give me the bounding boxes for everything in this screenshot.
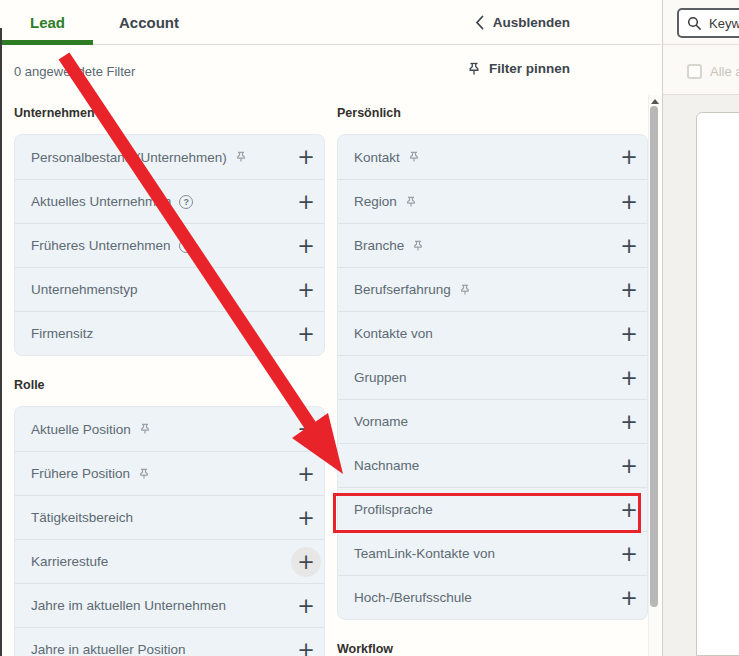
add-filter-button[interactable]: +	[291, 591, 321, 621]
filter-item-aktuelle-position[interactable]: Aktuelle Position+	[15, 407, 324, 451]
add-filter-button[interactable]: +	[614, 231, 644, 261]
filter-item-karrierestufe[interactable]: Karrierestufe+	[15, 539, 324, 583]
filter-item-jahre-im-aktuellen-unternehmen[interactable]: Jahre im aktuellen Unternehmen+	[15, 583, 324, 627]
help-icon[interactable]: ?	[179, 195, 193, 209]
filter-item-vorname[interactable]: Vorname+	[338, 399, 647, 443]
filter-item-aktuelles-unternehmen[interactable]: Aktuelles Unternehmen?+	[15, 179, 324, 223]
filter-item-label: Firmensitz	[31, 326, 93, 341]
filter-item-teamlink-kontakte-von[interactable]: TeamLink-Kontakte von+	[338, 531, 647, 575]
scrollbar-up-arrow-icon[interactable]	[651, 99, 659, 104]
hide-panel-button[interactable]: Ausblenden	[475, 12, 570, 32]
filter-item-label: Karrierestufe	[31, 554, 108, 569]
pin-icon	[412, 240, 424, 252]
filter-item-kontakte-von[interactable]: Kontakte von+	[338, 311, 647, 355]
add-filter-button[interactable]: +	[614, 495, 644, 525]
add-filter-button[interactable]: +	[291, 142, 321, 172]
add-filter-button[interactable]: +	[614, 275, 644, 305]
add-filter-button[interactable]: +	[614, 539, 644, 569]
filter-item-label: Hoch-/Berufsschule	[354, 590, 472, 605]
pin-icon	[235, 151, 247, 163]
pin-icon	[459, 284, 471, 296]
keyword-search-input[interactable]: Keywo	[677, 8, 739, 38]
add-filter-button[interactable]: +	[614, 451, 644, 481]
add-filter-button[interactable]: +	[614, 319, 644, 349]
filter-item-label: Aktuelles Unternehmen	[31, 194, 171, 209]
add-filter-button[interactable]: +	[614, 187, 644, 217]
scrollbar-thumb[interactable]	[650, 106, 658, 607]
filter-item-label: Früheres Unternehmen	[31, 238, 171, 253]
filter-item-unternehmenstyp[interactable]: Unternehmenstyp+	[15, 267, 324, 311]
filter-group: Aktuelle Position+Frühere Position+Tätig…	[14, 406, 325, 656]
filter-item-jahre-in-aktueller-position[interactable]: Jahre in aktueller Position+	[15, 627, 324, 656]
filter-item-label: Berufserfahrung	[354, 282, 451, 297]
search-input-text: Keywo	[709, 16, 739, 31]
filter-item-label: Nachname	[354, 458, 419, 473]
add-filter-button[interactable]: +	[614, 363, 644, 393]
section-header: Unternehmen	[14, 104, 325, 122]
filter-item-label: Jahre im aktuellen Unternehmen	[31, 598, 226, 613]
filter-item-label: Personalbestand (Unternehmen)	[31, 150, 227, 165]
section-header: Workflow	[337, 640, 648, 656]
filter-item-frühere-position[interactable]: Frühere Position+	[15, 451, 324, 495]
add-filter-button[interactable]: +	[291, 547, 321, 577]
filter-item-berufserfahrung[interactable]: Berufserfahrung+	[338, 267, 647, 311]
filter-item-label: Profilsprache	[354, 502, 433, 517]
add-filter-button[interactable]: +	[291, 275, 321, 305]
pin-icon	[408, 151, 420, 163]
pin-icon	[405, 196, 417, 208]
add-filter-button[interactable]: +	[291, 231, 321, 261]
add-filter-button[interactable]: +	[614, 142, 644, 172]
filter-item-label: Vorname	[354, 414, 408, 429]
filter-item-tätigkeitsbereich[interactable]: Tätigkeitsbereich+	[15, 495, 324, 539]
filter-group: Personalbestand (Unternehmen)+Aktuelles …	[14, 134, 325, 356]
filter-item-label: Jahre in aktueller Position	[31, 642, 186, 656]
filter-item-label: Branche	[354, 238, 404, 253]
add-filter-button[interactable]: +	[291, 635, 321, 656]
tabs-bar: Lead Account Ausblenden	[0, 0, 661, 45]
add-filter-button[interactable]: +	[614, 583, 644, 613]
filter-item-gruppen[interactable]: Gruppen+	[338, 355, 647, 399]
pin-filters-button[interactable]: Filter pinnen	[467, 61, 570, 76]
pin-filters-label: Filter pinnen	[489, 61, 570, 76]
add-filter-button[interactable]: +	[291, 414, 321, 444]
sales-navigator-filter-page: Lead Account Ausblenden 0 angewendete Fi…	[0, 0, 739, 656]
filter-summary-bar: 0 angewendete Filter Filter pinnen	[0, 45, 661, 95]
add-filter-button[interactable]: +	[614, 407, 644, 437]
pin-icon	[138, 468, 150, 480]
divider	[663, 94, 739, 95]
filter-item-früheres-unternehmen[interactable]: Früheres Unternehmen?+	[15, 223, 324, 267]
help-icon[interactable]: ?	[179, 239, 193, 253]
results-panel: Keywo Alle a	[662, 0, 739, 656]
window-left-edge	[0, 28, 2, 656]
add-filter-button[interactable]: +	[291, 503, 321, 533]
filter-item-label: Kontakte von	[354, 326, 433, 341]
filter-item-personalbestand-unternehmen-[interactable]: Personalbestand (Unternehmen)+	[15, 135, 324, 179]
add-filter-button[interactable]: +	[291, 459, 321, 489]
filter-column-right: PersönlichKontakt+Region+Branche+Berufse…	[337, 104, 648, 656]
filter-item-region[interactable]: Region+	[338, 179, 647, 223]
select-all-label: Alle a	[710, 64, 739, 79]
add-filter-button[interactable]: +	[291, 319, 321, 349]
filter-item-label: Region	[354, 194, 397, 209]
search-icon	[687, 16, 702, 31]
filter-item-label: Kontakt	[354, 150, 400, 165]
filter-item-kontakt[interactable]: Kontakt+	[338, 135, 647, 179]
scrollbar[interactable]	[648, 95, 659, 656]
filter-item-branche[interactable]: Branche+	[338, 223, 647, 267]
tab-account[interactable]: Account	[104, 0, 194, 44]
select-all-checkbox[interactable]	[687, 64, 702, 79]
add-filter-button[interactable]: +	[291, 187, 321, 217]
filter-item-label: Unternehmenstyp	[31, 282, 138, 297]
divider	[663, 44, 739, 45]
filter-item-label: TeamLink-Kontakte von	[354, 546, 495, 561]
active-tab-underline	[2, 40, 93, 45]
filter-item-profilsprache[interactable]: Profilsprache+	[338, 487, 647, 531]
pin-icon	[139, 423, 151, 435]
filter-item-nachname[interactable]: Nachname+	[338, 443, 647, 487]
hide-panel-label: Ausblenden	[493, 15, 570, 30]
filter-item-hoch-berufsschule[interactable]: Hoch-/Berufsschule+	[338, 575, 647, 619]
filter-item-firmensitz[interactable]: Firmensitz+	[15, 311, 324, 355]
tab-lead[interactable]: Lead	[2, 0, 93, 44]
pin-icon	[467, 62, 481, 76]
chevron-left-icon	[475, 15, 484, 30]
